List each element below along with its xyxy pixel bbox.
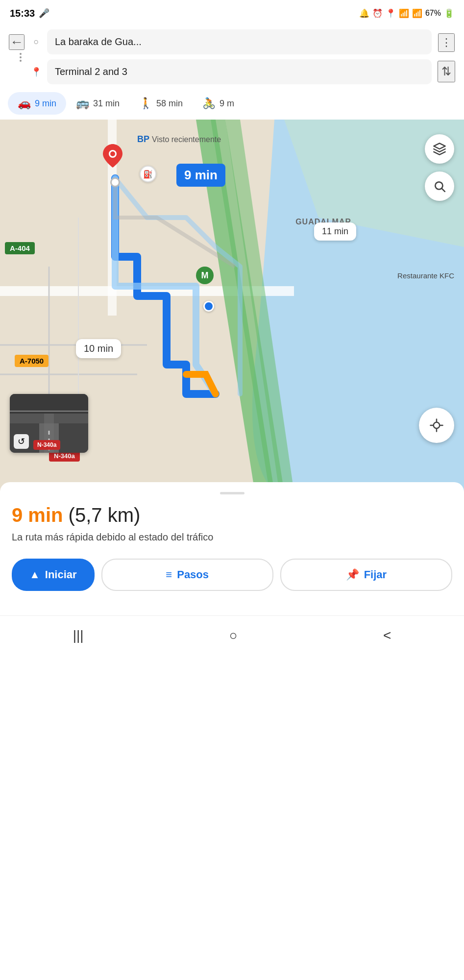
location-icon: 📍 bbox=[386, 8, 396, 19]
origin-row: ○ bbox=[30, 29, 432, 54]
route-dots bbox=[20, 53, 22, 62]
nav-header: ← ○ 📍 ⋮ ⇅ bbox=[0, 24, 464, 89]
m-place-icon: M bbox=[196, 267, 214, 284]
svg-line-6 bbox=[442, 189, 445, 192]
tab-bike[interactable]: 🚴 9 m bbox=[193, 92, 244, 115]
route-description: La ruta más rápida debido al estado del … bbox=[12, 530, 452, 544]
map-search-button[interactable] bbox=[425, 172, 454, 201]
pasos-label: Pasos bbox=[177, 568, 209, 581]
pasos-button[interactable]: ≡ Pasos bbox=[101, 559, 273, 591]
bottom-navigation: ||| ○ < bbox=[0, 615, 464, 657]
tab-car-label: 9 min bbox=[35, 98, 56, 109]
iniciar-button[interactable]: ▲ Iniciar bbox=[12, 559, 95, 591]
alarm-icon: 🔔 bbox=[359, 8, 369, 19]
origin-input[interactable] bbox=[47, 29, 432, 54]
android-home-button[interactable]: ○ bbox=[220, 624, 247, 647]
fuel-station-icon: ⛽ bbox=[140, 166, 156, 182]
transit-icon: 🚌 bbox=[76, 97, 89, 110]
android-menu-button[interactable]: ||| bbox=[63, 624, 94, 647]
destination-pin-icon: 📍 bbox=[30, 67, 42, 77]
route-minutes: 9 min bbox=[12, 504, 63, 526]
route-time-display: 9 min (5,7 km) bbox=[12, 504, 452, 526]
android-back-button[interactable]: < bbox=[373, 624, 401, 647]
layers-icon bbox=[433, 142, 446, 156]
wifi-icon: 📶 bbox=[399, 8, 409, 19]
swap-routes-button[interactable]: ⇅ bbox=[438, 61, 455, 82]
nav-back-controls: ← bbox=[9, 29, 24, 65]
back-button[interactable]: ← bbox=[9, 34, 24, 50]
origin-dot-icon: ○ bbox=[30, 37, 42, 47]
bottom-panel: 9 min (5,7 km) La ruta más rápida debido… bbox=[0, 482, 464, 615]
navigation-arrow-icon: ▲ bbox=[29, 568, 40, 581]
bike-icon: 🚴 bbox=[202, 97, 216, 110]
battery-icon: 🔋 bbox=[444, 8, 454, 19]
tab-walk[interactable]: 🚶 58 min bbox=[129, 92, 193, 115]
signal-icon: 📶 bbox=[412, 8, 422, 19]
walk-icon: 🚶 bbox=[139, 97, 152, 110]
destination-input[interactable] bbox=[47, 59, 432, 84]
status-time: 15:33 bbox=[10, 8, 35, 19]
destination-circle bbox=[203, 301, 214, 312]
tab-car[interactable]: 🚗 9 min bbox=[8, 92, 66, 115]
action-buttons: ▲ Iniciar ≡ Pasos 📌 Fijar bbox=[12, 559, 452, 591]
svg-point-7 bbox=[434, 422, 440, 429]
my-location-button[interactable] bbox=[419, 408, 454, 443]
thumbnail-refresh-icon[interactable]: ↺ bbox=[14, 434, 29, 449]
car-icon: 🚗 bbox=[18, 97, 31, 110]
tab-bike-label: 9 m bbox=[220, 98, 234, 109]
thumbnail-road-label: N-340a bbox=[33, 440, 60, 450]
map-container[interactable]: BP Visto recientemente GUADALMAR Restaur… bbox=[0, 120, 464, 492]
street-view-thumbnail[interactable]: ↺ N-340a bbox=[10, 394, 88, 453]
destination-row: 📍 bbox=[30, 59, 432, 84]
panel-handle bbox=[220, 492, 244, 494]
iniciar-label: Iniciar bbox=[45, 568, 77, 581]
status-icons: 🔔 ⏰ 📍 📶 📶 67% 🔋 bbox=[359, 8, 454, 19]
battery-text: 67% bbox=[425, 9, 441, 18]
search-icon bbox=[433, 180, 446, 193]
m-label: M bbox=[201, 270, 209, 281]
mic-icon: 🎤 bbox=[39, 8, 49, 19]
route-distance-value: (5,7 km) bbox=[69, 504, 141, 526]
route-inputs: ○ 📍 bbox=[30, 29, 432, 84]
clock-icon: ⏰ bbox=[372, 8, 383, 19]
tab-walk-label: 58 min bbox=[156, 98, 183, 109]
status-bar: 15:33 🎤 🔔 ⏰ 📍 📶 📶 67% 🔋 bbox=[0, 0, 464, 24]
layers-button[interactable] bbox=[425, 134, 454, 164]
list-icon: ≡ bbox=[166, 568, 172, 581]
transport-tabs: 🚗 9 min 🚌 31 min 🚶 58 min 🚴 9 m bbox=[0, 89, 464, 120]
fijar-label: Fijar bbox=[364, 568, 387, 581]
tab-transit-label: 31 min bbox=[93, 98, 120, 109]
location-crosshair-icon bbox=[429, 418, 444, 433]
fijar-button[interactable]: 📌 Fijar bbox=[280, 559, 452, 591]
route-start-circle bbox=[110, 177, 120, 187]
pin-icon: 📌 bbox=[346, 568, 359, 581]
more-menu-button[interactable]: ⋮ bbox=[438, 33, 455, 52]
tab-transit[interactable]: 🚌 31 min bbox=[66, 92, 129, 115]
